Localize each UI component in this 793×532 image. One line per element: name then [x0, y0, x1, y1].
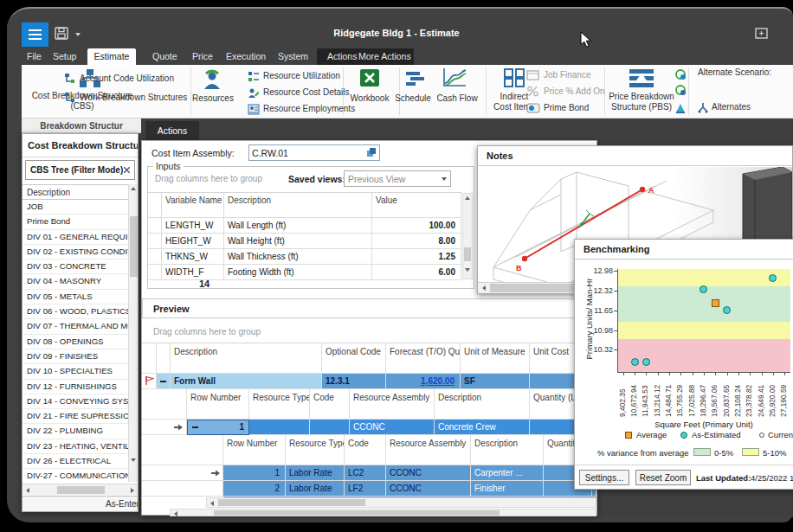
scroll-up-icon[interactable] [131, 187, 136, 190]
resources-button[interactable]: Resources [192, 93, 234, 104]
list-item[interactable]: DIV 05 - METALS [23, 290, 128, 304]
list-item[interactable]: DIV 09 - FINISHES [23, 349, 128, 364]
workbook-icon[interactable] [359, 68, 380, 91]
list-item[interactable]: DIV 07 - THERMAL AND MOI... [23, 319, 128, 334]
resources-icon[interactable] [203, 68, 222, 94]
pbs-icon[interactable] [629, 68, 654, 92]
menu-system[interactable]: System [274, 48, 312, 65]
assembly-input[interactable]: C.RW.01 [248, 144, 380, 161]
cbs-column-description[interactable]: Description [23, 184, 128, 200]
scroll-thumb[interactable] [464, 247, 471, 261]
scroll-left-icon[interactable] [482, 285, 486, 291]
cbs-vertical-scrollbar[interactable] [128, 184, 138, 482]
collapse-icon[interactable] [192, 426, 198, 428]
column-header[interactable]: Forecast (T/O) Quantity [386, 343, 461, 374]
table-row[interactable]: 1 CCONC Concrete Crew [142, 420, 596, 435]
resource-utilization-button[interactable]: Resource Utilization [263, 71, 340, 80]
saved-views-select[interactable]: Previous View [344, 170, 451, 187]
close-icon[interactable] [124, 165, 130, 175]
list-item[interactable]: DIV 22 - PLUMBING [23, 424, 128, 439]
list-item[interactable]: DIV 02 - EXISTING CONDITI... [23, 245, 128, 260]
account-code-button[interactable]: Account Code Utilization [80, 74, 174, 83]
resource-employments-button[interactable]: Resource Employments [263, 104, 355, 113]
scroll-up-icon[interactable] [465, 196, 470, 200]
scenario-sync-icon[interactable] [674, 68, 687, 84]
table-row[interactable]: 1 Labor Rate LC2 CCONC Carpenter ... [142, 465, 596, 481]
menu-quote[interactable]: Quote [149, 48, 181, 65]
price-add-on-button[interactable]: Price % Add On [544, 87, 605, 96]
column-header[interactable]: Quantity (Less Waste) [530, 389, 577, 420]
column-header[interactable]: Resource Type [249, 389, 310, 420]
table-row[interactable]: 2 Labor Rate LF2 CCONC Finisher [142, 481, 596, 497]
table-row[interactable]: HEIGHT_W Wall Height (ft) 8.00 [148, 234, 461, 249]
list-item[interactable]: DIV 14 - CONVEYING SYSTEMS [23, 394, 128, 409]
column-header[interactable]: Code [345, 435, 386, 465]
column-header[interactable]: Variable Name [162, 193, 224, 218]
list-item[interactable]: Prime Bond [23, 215, 128, 229]
column-header[interactable]: Row Number [187, 389, 249, 420]
indirect-cost-items-icon[interactable] [504, 68, 525, 91]
menu-file[interactable]: File [23, 48, 45, 65]
menu-estimate[interactable]: Estimate [87, 48, 136, 65]
reset-zoom-button[interactable]: Reset Zoom [635, 470, 691, 485]
menu-setup[interactable]: Setup [49, 48, 80, 65]
list-item[interactable]: DIV 04 - MASONRY [23, 274, 128, 289]
column-header[interactable]: Description [224, 193, 372, 218]
scroll-right-icon[interactable] [131, 488, 134, 493]
schedule-button[interactable]: Schedule [392, 93, 434, 104]
scroll-thumb[interactable] [57, 486, 105, 494]
alternates-button[interactable]: Alternates [712, 102, 751, 112]
column-header[interactable]: Value [372, 193, 461, 218]
column-header[interactable]: Resource Type [286, 435, 345, 465]
scroll-thumb[interactable] [130, 216, 138, 277]
column-header[interactable]: Code [310, 389, 350, 420]
job-finance-button[interactable]: Job Finance [544, 70, 590, 80]
scroll-left-icon[interactable] [26, 488, 29, 493]
filter-cone-icon[interactable] [674, 102, 687, 118]
table-row[interactable]: LENGTH_W Wall Length (ft) 100.00 [148, 218, 461, 234]
collapse-icon[interactable] [157, 374, 171, 389]
cbs-tree-tab[interactable]: CBS Tree (Filter Mode) [25, 160, 135, 180]
list-item[interactable]: DIV 08 - OPENINGS [23, 335, 128, 349]
scroll-thumb[interactable] [218, 499, 365, 506]
list-item[interactable]: DIV 03 - CONCRETE [23, 260, 128, 274]
scroll-left-icon[interactable] [174, 511, 177, 516]
list-item[interactable]: DIV 21 - FIRE SUPRESSION [23, 409, 128, 424]
list-item[interactable]: JOB [23, 200, 128, 215]
list-item[interactable]: DIV 10 - SPECIALTIES [23, 364, 128, 379]
cbs-horizontal-scrollbar[interactable] [23, 484, 138, 495]
column-header[interactable]: Resource Assembly [350, 389, 435, 420]
resource-cost-details-button[interactable]: Resource Cost Details [263, 87, 349, 97]
pbs-button[interactable]: Price Breakdown Structure (PBS) [604, 92, 679, 112]
settings-button[interactable]: Settings... [579, 470, 629, 485]
menu-more-actions[interactable]: More Actions [355, 48, 415, 65]
column-header[interactable]: Unit of Measure [461, 343, 530, 374]
table-row[interactable]: THKNS_W Wall Thickness (ft) 1.25 [148, 249, 461, 265]
column-header[interactable]: Description [471, 435, 544, 465]
benchmarking-chart[interactable]: Primary Units/ Man-Hr Square Feet (Prima… [575, 260, 793, 439]
list-item[interactable]: DIV 01 - GENERAL REQUIRE... [23, 230, 128, 245]
assembly-picker-icon[interactable] [366, 147, 377, 159]
scroll-left-icon[interactable] [210, 501, 214, 506]
column-header[interactable]: Description [171, 343, 322, 374]
column-header[interactable]: Optional Code [322, 343, 386, 374]
prime-bond-button[interactable]: Prime Bond [544, 103, 589, 112]
inputs-vertical-scrollbar[interactable] [462, 193, 473, 279]
menu-execution[interactable]: Execution [222, 48, 269, 65]
cash-flow-button[interactable]: Cash Flow [435, 93, 480, 104]
column-header[interactable]: Resource Assembly [386, 435, 471, 465]
wbs-button[interactable]: Work Breakdown Structures [80, 93, 187, 102]
column-header[interactable]: Row Number [223, 435, 286, 465]
schedule-icon[interactable] [405, 71, 428, 90]
list-item[interactable]: DIV 23 - HEATING, VENTILA... [23, 439, 128, 454]
maximize-icon[interactable] [755, 27, 768, 42]
scroll-down-icon[interactable] [465, 268, 470, 272]
scroll-down-icon[interactable] [131, 458, 136, 462]
tab-actions[interactable]: Actions [145, 121, 199, 140]
list-item[interactable]: DIV-27 - COMMUNICATIONS [23, 469, 128, 484]
menu-price[interactable]: Price [189, 48, 216, 65]
list-item[interactable]: DIV 06 - WOOD, PLASTICS a... [23, 304, 128, 319]
scroll-thumb[interactable] [214, 510, 500, 516]
preview-inner-hscrollbar[interactable] [206, 497, 596, 508]
workbook-button[interactable]: Workbook [345, 93, 394, 104]
